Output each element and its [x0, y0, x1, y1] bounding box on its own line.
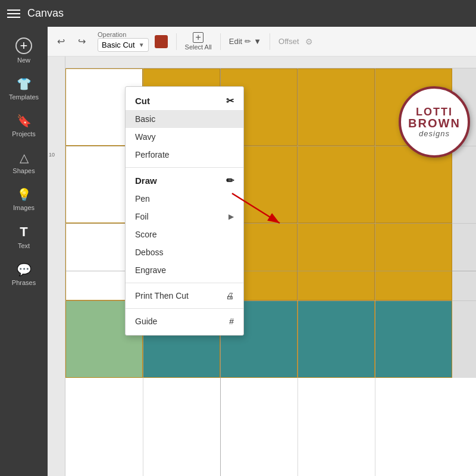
sidebar-item-images-label: Images [13, 204, 35, 211]
edit-dropdown-icon: ▼ [253, 37, 261, 46]
menu-item-perforate[interactable]: Perforate [126, 146, 243, 164]
menu-item-engrave[interactable]: Engrave [126, 261, 243, 279]
basic-label: Basic [135, 114, 155, 124]
menu-divider3 [126, 308, 243, 309]
grid-cell [298, 223, 375, 300]
grid-cell [375, 223, 452, 300]
ruler-label-10: 10 [49, 152, 55, 158]
edit-button[interactable]: Edit ✏ ▼ [229, 37, 261, 46]
toolbar: ↩ ↪ Operation Basic Cut ▼ + Select All E… [48, 27, 476, 57]
cut-header-label: Cut [135, 96, 150, 106]
foil-label: Foil [135, 212, 149, 221]
menu-item-score[interactable]: Score [126, 226, 243, 243]
toolbar-divider3 [270, 33, 270, 50]
operation-select[interactable]: Basic Cut ▼ [98, 38, 149, 52]
ruler-left: 10 [48, 57, 65, 476]
select-all-plus-icon: + [193, 32, 203, 43]
phrases-icon: 💬 [17, 262, 32, 277]
menu-item-foil[interactable]: Foil ▶ [126, 208, 243, 226]
sidebar-item-phrases-label: Phrases [12, 279, 36, 286]
sidebar-item-projects[interactable]: 🔖 Projects [1, 108, 46, 143]
cut-section-header: Cut ✂ [126, 92, 243, 110]
print-then-cut-label: Print Then Cut [135, 291, 189, 300]
top-bar: Canvas [0, 0, 476, 27]
hash-icon: # [229, 317, 234, 326]
select-all-label: Select All [185, 43, 212, 51]
templates-icon: 👕 [17, 77, 32, 91]
scissors-icon: ✂ [226, 95, 234, 107]
engrave-label: Engrave [135, 265, 166, 275]
shapes-icon: △ [20, 151, 29, 165]
hamburger-menu[interactable] [7, 10, 20, 18]
grid-cell [375, 300, 452, 378]
offset-gear-icon: ⚙ [305, 37, 313, 46]
right-panel: ↩ ↪ Operation Basic Cut ▼ + Select All E… [48, 27, 476, 476]
wavy-label: Wavy [135, 132, 155, 142]
sidebar-item-new-label: New [17, 57, 30, 64]
sidebar: + New 👕 Templates 🔖 Projects △ Shapes 💡 … [0, 27, 48, 476]
operation-value: Basic Cut [102, 40, 135, 49]
logo-lotti: LOTTI [408, 107, 461, 117]
text-icon: T [20, 224, 27, 240]
score-label: Score [135, 230, 157, 239]
logo-circle: LOTTI BROWN designs [399, 86, 470, 158]
sidebar-item-images[interactable]: 💡 Images [1, 181, 46, 217]
new-icon: + [15, 37, 32, 54]
logo-inner: LOTTI BROWN designs [403, 102, 465, 143]
grid-cell [375, 146, 452, 223]
pen-label: Pen [135, 194, 150, 203]
dropdown-menu: Cut ✂ Basic Wavy Perforate Draw ✏ [125, 86, 244, 336]
sidebar-item-new[interactable]: + New [1, 32, 46, 70]
menu-item-basic[interactable]: Basic [126, 110, 243, 128]
sidebar-item-shapes[interactable]: △ Shapes [1, 145, 46, 180]
undo-button[interactable]: ↩ [54, 33, 68, 49]
offset-label: Offset [278, 37, 299, 46]
draw-header-label: Draw [135, 176, 157, 186]
grid-cell [298, 68, 375, 146]
logo-designs: designs [408, 129, 461, 138]
pencil-icon: ✏ [245, 37, 251, 46]
edit-label: Edit [229, 37, 242, 46]
main-layout: + New 👕 Templates 🔖 Projects △ Shapes 💡 … [0, 27, 476, 476]
grid-cell [298, 146, 375, 223]
sidebar-item-shapes-label: Shapes [12, 167, 35, 174]
color-swatch[interactable] [155, 35, 168, 48]
sidebar-item-phrases[interactable]: 💬 Phrases [1, 256, 46, 292]
printer-icon: 🖨 [226, 291, 234, 300]
logo-brown: BROWN [408, 117, 461, 129]
deboss-label: Deboss [135, 248, 163, 257]
select-all-button[interactable]: + Select All [185, 32, 212, 51]
operation-label: Operation [98, 31, 126, 38]
draw-section-header: Draw ✏ [126, 171, 243, 190]
menu-divider1 [126, 167, 243, 168]
projects-icon: 🔖 [17, 114, 32, 128]
grid-cell [298, 300, 375, 378]
foil-submenu-arrow-icon: ▶ [228, 212, 234, 221]
sidebar-item-projects-label: Projects [12, 130, 36, 137]
menu-item-wavy[interactable]: Wavy [126, 128, 243, 146]
sidebar-item-templates-label: Templates [9, 93, 39, 101]
perforate-label: Perforate [135, 150, 170, 159]
dropdown-arrow-icon: ▼ [139, 42, 145, 48]
menu-item-guide[interactable]: Guide # [126, 312, 243, 330]
guide-label: Guide [135, 317, 157, 326]
toolbar-divider [176, 33, 177, 50]
app-title: Canvas [27, 7, 64, 20]
menu-item-print-then-cut[interactable]: Print Then Cut 🖨 [126, 287, 243, 305]
images-icon: 💡 [17, 187, 32, 202]
sidebar-item-text-label: Text [18, 242, 30, 249]
redo-button[interactable]: ↪ [74, 33, 89, 49]
toolbar-divider2 [220, 33, 221, 50]
canvas-area: 10 6.072 cm [48, 57, 476, 476]
pencil-draw-icon: ✏ [226, 175, 234, 186]
menu-divider2 [126, 283, 243, 283]
sidebar-item-templates[interactable]: 👕 Templates [1, 71, 46, 107]
sidebar-item-text[interactable]: T Text [1, 218, 46, 255]
ruler-top [65, 57, 476, 68]
menu-item-pen[interactable]: Pen [126, 190, 243, 208]
menu-item-deboss[interactable]: Deboss [126, 243, 243, 261]
